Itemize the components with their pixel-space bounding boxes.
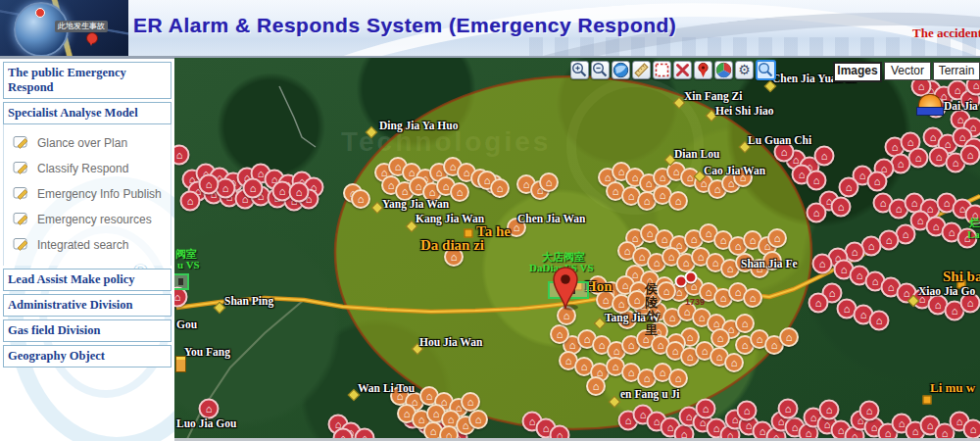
toolbar-layers-pie-button[interactable]: [714, 61, 733, 79]
map-point-diamond: [609, 396, 621, 409]
map-marker-red[interactable]: ⌂: [174, 145, 190, 166]
toolbar-zoom-in-button[interactable]: [570, 61, 589, 79]
map-marker-red[interactable]: ⌂: [807, 203, 827, 223]
map-marker-orange[interactable]: ⌂: [767, 228, 787, 248]
map-marker-red[interactable]: ⌂: [867, 172, 888, 192]
sidebar-section-lead-assist-make-policy[interactable]: Lead Assist Make policy: [3, 269, 172, 291]
sidebar-section-administrative-division[interactable]: Administrative Division: [3, 294, 172, 317]
toolbar-clear-button[interactable]: [673, 61, 692, 79]
valve-station-icon[interactable]: [174, 273, 189, 290]
map-place-label: Shan Ping: [224, 295, 273, 307]
map-marker-orange[interactable]: ⌂: [550, 324, 569, 344]
map-marker-orange[interactable]: ⌂: [586, 376, 606, 396]
sidebar-section-specialist-analyse-model[interactable]: Specialist Analyse Model: [3, 102, 172, 124]
globe-icon: [612, 61, 630, 79]
map-marker-red[interactable]: ⌂: [289, 182, 310, 203]
map-marker-red[interactable]: ⌂: [807, 171, 827, 191]
map-marker-red[interactable]: ⌂: [778, 399, 799, 419]
logo-alert-dot: [35, 8, 45, 18]
map-marker-red[interactable]: ⌂: [960, 145, 980, 166]
map-marker-orange[interactable]: ⌂: [724, 353, 744, 372]
map-marker-orange[interactable]: ⌂: [468, 410, 488, 429]
map-place-label: Hon: [585, 278, 612, 295]
layer-button-terrain[interactable]: Terrain: [933, 62, 980, 80]
map-place-label: Cao Jia Wan: [704, 165, 765, 176]
accident-status-label: The accident: [912, 25, 980, 41]
toolbar-add-marker-button[interactable]: [694, 61, 712, 79]
sidebar-section-gas-field-division[interactable]: Gas field Division: [3, 319, 172, 342]
gas-station-dome-icon[interactable]: [916, 94, 942, 120]
map-marker-red[interactable]: ⌂: [243, 178, 264, 199]
sidebar-item-emergency-resources[interactable]: Emergency resources: [4, 207, 171, 232]
map-place-label: Wan Li Tou: [358, 382, 415, 394]
sidebar-item-emergency-info-publish[interactable]: Emergency Info Publish: [4, 181, 171, 207]
toolbar-measure-button[interactable]: [632, 61, 651, 79]
map-marker-red[interactable]: ⌂: [879, 230, 900, 251]
map-marker-orange[interactable]: ⌂: [735, 314, 755, 333]
map-marker-orange[interactable]: ⌂: [710, 328, 730, 348]
dome-top: [918, 94, 942, 107]
layer-button-vector[interactable]: Vector: [884, 62, 931, 80]
map-marker-red[interactable]: ⌂: [859, 401, 880, 421]
facility-icon[interactable]: [175, 356, 186, 372]
map-place-label: Kang Jia Wan: [416, 213, 484, 224]
map-place-label: Gou: [176, 318, 197, 330]
toolbar-settings-gear-button[interactable]: ⚙: [735, 61, 754, 79]
map-dot-red[interactable]: [685, 271, 698, 284]
notepad-icon: [13, 134, 29, 153]
map-marker-red[interactable]: ⌂: [812, 254, 833, 274]
map-marker-orange[interactable]: ⌂: [351, 189, 370, 209]
map-viewport[interactable]: Technologies ⌂⌂⌂⌂⌂⌂⌂⌂⌂⌂⌂⌂⌂⌂⌂⌂⌂⌂⌂⌂⌂⌂⌂⌂⌂⌂⌂…: [174, 58, 980, 441]
sidebar-section-geography-object[interactable]: Geography Object: [3, 345, 172, 368]
map-marker-orange[interactable]: ⌂: [450, 182, 469, 202]
sidebar-section-public-emergency-respond[interactable]: The public Emergency Respond: [3, 62, 172, 99]
notepad-icon: [13, 211, 29, 229]
toolbar-search-button[interactable]: [756, 60, 776, 80]
map-place-label: Hou Jia Wan: [419, 336, 482, 348]
map-marker-orange[interactable]: ⌂: [627, 290, 647, 310]
map-marker-orange[interactable]: ⌂: [668, 191, 688, 211]
measure-icon: [632, 61, 651, 79]
sidebar-item-classify-respond[interactable]: Classify Respond: [4, 156, 171, 181]
map-marker-red[interactable]: ⌂: [199, 399, 220, 419]
map-marker-red[interactable]: ⌂: [814, 146, 835, 167]
map-marker-red[interactable]: ⌂: [199, 174, 220, 195]
map-marker-orange[interactable]: ⌂: [461, 392, 480, 412]
map-place-label: Lan: [967, 228, 980, 240]
notepad-icon: [13, 236, 29, 255]
map-marker-red[interactable]: ⌂: [839, 177, 859, 198]
map-place-label: Lu Guan Chi: [748, 134, 811, 146]
map-marker-red[interactable]: ⌂: [908, 148, 929, 169]
map-marker-red[interactable]: ⌂: [869, 311, 890, 331]
map-place-label: Xiao Jia Go: [918, 285, 975, 297]
zoom-in-icon: [570, 61, 589, 79]
map-marker-red[interactable]: ⌂: [696, 399, 716, 419]
map-marker-red[interactable]: ⌂: [180, 191, 201, 212]
map-marker-orange[interactable]: ⌂: [539, 172, 559, 192]
accident-pin[interactable]: [551, 266, 580, 311]
dome-base: [916, 107, 944, 116]
er-alarm-app: 此地发生事故 ER Alarm & Responds System (Emerg…: [0, 0, 980, 441]
settings-gear-icon: ⚙: [738, 63, 751, 77]
map-marker-red[interactable]: ⌂: [737, 401, 758, 421]
map-marker-orange[interactable]: ⌂: [668, 368, 688, 388]
map-marker-red[interactable]: ⌂: [963, 419, 980, 440]
toolbar-select-extent-button[interactable]: [653, 61, 671, 79]
zoom-out-icon: [591, 61, 610, 79]
toolbar-globe-button[interactable]: [612, 61, 630, 79]
layer-button-images[interactable]: Images: [833, 62, 882, 82]
toolbar-zoom-out-button[interactable]: [591, 61, 610, 79]
sidebar-item-label: Integrated search: [37, 238, 128, 252]
select-extent-icon: [653, 61, 671, 79]
map-marker-red[interactable]: ⌂: [831, 197, 852, 218]
logo-pin-icon: [86, 32, 96, 46]
map-place-label: en Fang u Ji: [620, 388, 679, 400]
map-marker-red[interactable]: ⌂: [808, 293, 829, 314]
map-marker-orange[interactable]: ⌂: [657, 281, 676, 301]
sidebar-item-integrated-search[interactable]: Integrated search: [4, 232, 171, 258]
map-marker-orange[interactable]: ⌂: [743, 288, 762, 308]
sidebar-item-glance-over-plan[interactable]: Glance over Plan: [4, 130, 171, 156]
map-marker-red[interactable]: ⌂: [819, 400, 840, 420]
map-marker-orange[interactable]: ⌂: [779, 327, 799, 347]
map-marker-orange[interactable]: ⌂: [490, 178, 510, 198]
